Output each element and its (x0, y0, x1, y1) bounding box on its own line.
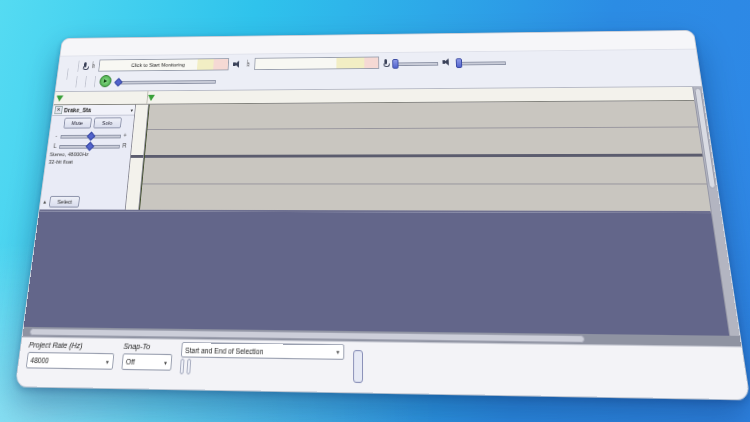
waveform-area[interactable] (139, 101, 711, 211)
playback-meter-speaker-icon[interactable] (233, 60, 242, 68)
recording-meter[interactable]: Click to Start Monitoring (98, 58, 229, 71)
toolbar-separator (94, 76, 96, 87)
audio-position-display[interactable] (353, 350, 363, 383)
track-menu-caret-icon[interactable]: ▾ (131, 107, 134, 112)
playback-meter-lr-label: LR (247, 60, 250, 68)
toolbar: LR Click to Start Monitoring LR (56, 49, 702, 92)
timeline-stub (54, 91, 149, 104)
chevron-down-icon: ▼ (335, 349, 340, 356)
monitoring-overlay[interactable]: Click to Start Monitoring (118, 59, 197, 70)
output-volume-slider[interactable] (455, 57, 505, 67)
chevron-down-icon: ▼ (163, 359, 168, 366)
selection-toolbar: Project Rate (Hz) 48000▼ Snap-To Off▼ St… (16, 337, 749, 400)
gain-slider[interactable] (60, 130, 121, 140)
waveform-channel-right[interactable] (139, 156, 711, 211)
audio-track: × Drake_Sta ▾ Mute Solo - + L (39, 101, 711, 213)
output-volume-speaker-icon (442, 58, 451, 66)
pan-slider[interactable] (59, 140, 121, 150)
snap-to-select[interactable]: Off▼ (121, 353, 172, 370)
gain-max-label: + (123, 132, 127, 138)
track-close-button[interactable]: × (54, 106, 63, 114)
gain-min-label: - (54, 132, 58, 138)
project-rate-label: Project Rate (Hz) (28, 340, 115, 352)
selection-start-field[interactable] (180, 359, 185, 375)
record-meter-mic-icon[interactable] (83, 62, 88, 70)
chevron-down-icon: ▼ (105, 358, 110, 365)
track-name[interactable]: Drake_Sta (64, 107, 130, 114)
pan-left-label: L (53, 142, 57, 148)
empty-track-area[interactable] (24, 211, 729, 335)
project-rate-select[interactable]: 48000▼ (26, 352, 115, 370)
play-speed-slider[interactable] (115, 75, 216, 86)
toolbar-separator (66, 68, 68, 79)
input-volume-mic-icon (383, 59, 387, 67)
playback-meter[interactable] (254, 57, 379, 71)
play-at-speed-button[interactable] (99, 75, 112, 87)
track-control-panel: × Drake_Sta ▾ Mute Solo - + L (40, 105, 136, 210)
toolbar-separator (85, 76, 87, 87)
snap-to-label: Snap-To (123, 341, 173, 353)
toolbar-separator (75, 76, 77, 87)
waveform-channel-left[interactable] (144, 101, 702, 155)
track-collapse-icon[interactable]: ▲ (42, 199, 48, 205)
input-volume-slider[interactable] (392, 57, 438, 67)
record-meter-lr-label: LR (92, 62, 96, 70)
play-cursor-triangle[interactable] (147, 95, 154, 101)
selection-mode-select[interactable]: Start and End of Selection▼ (181, 342, 345, 360)
selection-end-field[interactable] (186, 359, 191, 375)
mute-button[interactable]: Mute (63, 118, 92, 129)
audacity-window: LR Click to Start Monitoring LR (15, 30, 750, 400)
solo-button[interactable]: Solo (93, 117, 122, 128)
timeline-pin-triangle[interactable] (56, 95, 64, 101)
track-select-button[interactable]: Select (49, 196, 80, 208)
pan-right-label: R (122, 142, 126, 149)
toolbar-separator (77, 60, 79, 71)
track-format-line2: 32-bit float (48, 158, 127, 165)
